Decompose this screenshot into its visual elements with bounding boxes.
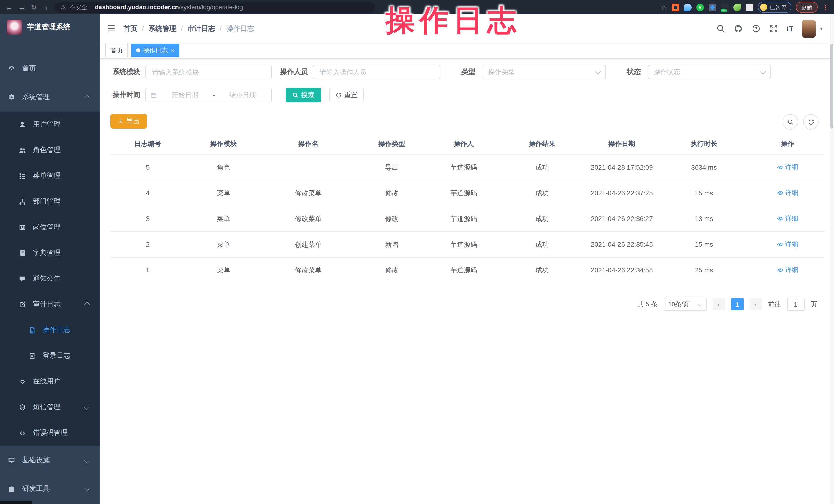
table-cell: 2021-04-28 17:52:09 xyxy=(586,163,658,171)
table-cell: 4 xyxy=(110,189,185,197)
sidebar-item-system-management[interactable]: 系统管理 xyxy=(0,83,100,112)
table-row: 5角色导出芋道源码成功2021-04-28 17:52:093634 ms详细 xyxy=(110,155,825,180)
extension-icon[interactable] xyxy=(709,3,716,11)
detail-link[interactable]: 详细 xyxy=(777,265,798,274)
type-select[interactable]: 操作类型 xyxy=(483,65,606,79)
toggle-search-button[interactable] xyxy=(783,114,798,130)
tag-operate-log[interactable]: 操作日志× xyxy=(131,44,180,57)
chevron-down-icon xyxy=(84,486,90,492)
chevron-up-icon xyxy=(84,302,90,307)
detail-link[interactable]: 详细 xyxy=(777,163,798,171)
table-cell: 13 ms xyxy=(658,215,750,223)
extension-icon[interactable]: on xyxy=(721,3,729,11)
extension-icon[interactable] xyxy=(672,3,679,11)
sidebar-item-notice[interactable]: 通知公告 xyxy=(0,266,100,291)
detail-link[interactable]: 详细 xyxy=(777,240,798,248)
date-range-picker[interactable]: 开始日期 - 结束日期 xyxy=(146,88,272,102)
sidebar-item-label: 短信管理 xyxy=(33,402,61,412)
table-cell: 5 xyxy=(110,163,185,171)
breadcrumb-system[interactable]: 系统管理 xyxy=(149,24,176,33)
reset-button[interactable]: 重置 xyxy=(329,88,364,102)
address-bar[interactable]: ⚠ 不安全 dashboard.yudao.iocoder.cn/system/… xyxy=(54,2,375,13)
extension-icon[interactable]: v xyxy=(696,3,704,11)
infra-icon xyxy=(8,456,16,464)
font-size-icon[interactable]: tT xyxy=(787,24,793,32)
operate-icon xyxy=(28,326,36,334)
sidebar-item-dev-tool[interactable]: 研发工具 xyxy=(0,475,100,503)
column-header: 操作模块 xyxy=(185,139,262,149)
next-page-button[interactable]: › xyxy=(749,298,762,310)
operator-input-field[interactable] xyxy=(319,68,435,76)
table-row: 3菜单修改菜单修改芋道源码成功2021-04-26 22:36:2713 ms详… xyxy=(110,206,825,232)
window-scrollbar xyxy=(830,15,834,504)
detail-link[interactable]: 详细 xyxy=(777,189,798,197)
table-cell: 2021-04-26 22:36:27 xyxy=(586,215,658,223)
app-logo[interactable]: 芋道管理系统 xyxy=(0,15,100,40)
sidebar-item-infrastructure[interactable]: 基础设施 xyxy=(0,446,100,475)
sidebar-item-label: 在线用户 xyxy=(33,377,61,386)
table-cell: 2021-04-26 22:37:25 xyxy=(586,189,658,197)
module-input[interactable] xyxy=(146,65,272,79)
table-cell: 成功 xyxy=(499,265,586,275)
breadcrumb-audit-log[interactable]: 审计日志 xyxy=(188,24,215,33)
module-input-field[interactable] xyxy=(151,68,266,76)
tag-home[interactable]: 首页 xyxy=(105,44,128,57)
caret-down-icon[interactable]: ▾ xyxy=(820,26,823,31)
sidebar-item-audit-log[interactable]: 审计日志 xyxy=(0,291,100,317)
sidebar-item-error-code-management[interactable]: 错误码管理 xyxy=(0,420,100,446)
role-icon xyxy=(19,146,26,154)
browser-menu-icon[interactable]: ⋮ xyxy=(822,3,829,11)
hamburger-icon[interactable]: ☰ xyxy=(107,23,115,34)
back-icon[interactable]: ← xyxy=(5,4,12,11)
sidebar-item-dict-management[interactable]: 字典管理 xyxy=(0,240,100,266)
forward-icon[interactable]: → xyxy=(18,4,25,11)
menu-icon xyxy=(19,172,26,180)
status-select[interactable]: 操作状态 xyxy=(648,65,771,79)
goto-page-input[interactable]: 1 xyxy=(787,298,805,311)
detail-link[interactable]: 详细 xyxy=(777,214,798,223)
sidebar-item-role-management[interactable]: 角色管理 xyxy=(0,137,100,163)
search-button[interactable]: 搜索 xyxy=(286,88,321,102)
filter-row-2: 操作时间 开始日期 - 结束日期 搜索 重置 xyxy=(110,88,830,102)
sidebar-item-user-management[interactable]: 用户管理 xyxy=(0,112,100,137)
page-1-button[interactable]: 1 xyxy=(731,298,743,310)
close-icon[interactable]: × xyxy=(171,47,174,53)
page-size-select[interactable]: 10条/页 xyxy=(664,298,706,311)
url-text: dashboard.yudao.iocoder.cn/system/log/op… xyxy=(95,4,243,11)
profile-paused-chip[interactable]: 已暂停 xyxy=(758,2,791,13)
extensions-puzzle-icon[interactable] xyxy=(746,3,753,11)
chrome-update-button[interactable]: 更新 xyxy=(796,2,817,13)
calendar-icon xyxy=(150,91,157,99)
chevron-down-icon xyxy=(760,68,766,74)
sidebar-item-login-log[interactable]: 登录日志 xyxy=(0,343,100,369)
user-avatar[interactable] xyxy=(802,20,815,37)
bookmark-star-icon[interactable]: ☆ xyxy=(661,3,667,11)
sidebar-item-operate-log[interactable]: 操作日志 xyxy=(0,317,100,343)
breadcrumb-separator: / xyxy=(181,25,183,32)
sidebar-item-dept-management[interactable]: 部门管理 xyxy=(0,189,100,214)
sidebar-item-post-management[interactable]: 岗位管理 xyxy=(0,214,100,240)
chevron-up-icon xyxy=(84,94,90,100)
extension-icon[interactable] xyxy=(684,3,692,11)
page-unit-label: 页 xyxy=(811,300,817,309)
fullscreen-icon[interactable] xyxy=(769,24,778,33)
search-icon[interactable] xyxy=(716,24,725,33)
github-icon[interactable] xyxy=(734,24,743,33)
export-button[interactable]: 导出 xyxy=(110,114,147,129)
sidebar-item-menu-management[interactable]: 菜单管理 xyxy=(0,163,100,189)
scrollbar-thumb[interactable] xyxy=(830,44,833,129)
refresh-table-button[interactable] xyxy=(803,114,818,130)
breadcrumb-separator: / xyxy=(142,25,144,32)
reload-icon[interactable]: ↻ xyxy=(31,4,37,11)
docs-help-icon[interactable]: ? xyxy=(752,24,761,33)
home-icon[interactable]: ⌂ xyxy=(42,4,47,11)
sidebar-item-sms-management[interactable]: 短信管理 xyxy=(0,394,100,420)
sidebar-item-home[interactable]: 首页 xyxy=(0,54,100,83)
extension-icon[interactable] xyxy=(733,3,741,11)
table-cell: 成功 xyxy=(499,163,586,172)
breadcrumb-home[interactable]: 首页 xyxy=(124,24,137,33)
operator-input[interactable] xyxy=(313,65,440,79)
prev-page-button[interactable]: ‹ xyxy=(712,298,725,310)
table-cell: 芋道源码 xyxy=(429,265,499,275)
sidebar-item-online-user[interactable]: 在线用户 xyxy=(0,369,100,394)
